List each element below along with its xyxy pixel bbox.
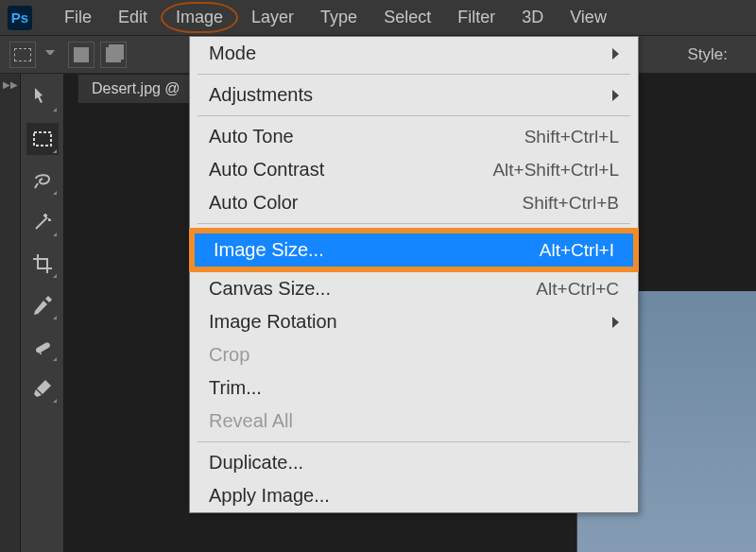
menu-item-shortcut: Alt+Shift+Ctrl+L — [492, 160, 619, 181]
menu-view[interactable]: View — [557, 2, 620, 33]
menu-item-label: Image Size... — [214, 239, 540, 261]
menu-item-reveal-all: Reveal All — [190, 405, 638, 438]
healing-brush-tool-icon — [31, 336, 54, 358]
expand-handle-icon[interactable]: ▶▶ — [3, 79, 18, 90]
menu-separator — [198, 74, 630, 75]
menu-item-label: Canvas Size... — [209, 278, 536, 300]
menu-item-apply-image[interactable]: Apply Image... — [190, 479, 638, 512]
menu-item-shortcut: Alt+Ctrl+C — [536, 279, 619, 300]
menu-item-auto-tone[interactable]: Auto Tone Shift+Ctrl+L — [190, 120, 638, 153]
menu-item-label: Reveal All — [209, 410, 619, 432]
marquee-tool-icon — [31, 128, 54, 150]
magic-wand-tool[interactable] — [26, 206, 59, 238]
menu-item-label: Trim... — [209, 377, 619, 399]
menu-select[interactable]: Select — [370, 2, 444, 33]
selection-mode-new-icon[interactable] — [68, 42, 94, 68]
svg-rect-0 — [34, 132, 51, 146]
menu-3d[interactable]: 3D — [508, 2, 557, 33]
eyedropper-tool-icon — [31, 294, 54, 317]
selection-mode-add-icon[interactable] — [100, 42, 127, 68]
menu-item-duplicate[interactable]: Duplicate... — [190, 446, 638, 479]
eyedropper-tool[interactable] — [26, 289, 59, 321]
menu-separator — [198, 223, 630, 224]
submenu-arrow-icon — [612, 317, 619, 328]
menu-item-crop: Crop — [190, 338, 638, 371]
menu-item-shortcut: Alt+Ctrl+I — [540, 240, 614, 261]
highlight-annotation: Image Size... Alt+Ctrl+I — [189, 228, 639, 272]
menu-item-image-rotation[interactable]: Image Rotation — [190, 305, 638, 338]
menu-item-label: Duplicate... — [209, 452, 619, 474]
menu-image[interactable]: Image — [161, 2, 238, 33]
magic-wand-tool-icon — [31, 211, 54, 233]
move-tool-icon — [31, 86, 54, 109]
svg-point-3 — [40, 353, 42, 354]
menu-filter[interactable]: Filter — [444, 2, 508, 33]
move-tool[interactable] — [26, 81, 59, 113]
submenu-arrow-icon — [612, 90, 619, 101]
menu-item-label: Auto Contrast — [209, 159, 492, 181]
crop-tool-icon — [31, 252, 54, 275]
menu-item-label: Adjustments — [209, 84, 612, 106]
menu-file[interactable]: File — [51, 2, 105, 33]
menu-item-label: Apply Image... — [209, 485, 619, 507]
menu-item-label: Mode — [209, 43, 612, 64]
menu-item-label: Image Rotation — [209, 311, 612, 333]
menu-separator — [198, 441, 630, 442]
menu-layer[interactable]: Layer — [238, 2, 307, 33]
lasso-tool[interactable] — [26, 164, 59, 197]
menu-item-label: Auto Tone — [209, 126, 524, 147]
document-tab[interactable]: Desert.jpg @ — [77, 74, 195, 103]
style-label: Style: — [687, 45, 728, 64]
menu-item-label: Auto Color — [209, 192, 523, 214]
menu-item-canvas-size[interactable]: Canvas Size... Alt+Ctrl+C — [190, 272, 638, 305]
image-menu-dropdown: Mode Adjustments Auto Tone Shift+Ctrl+L … — [189, 36, 639, 513]
menu-type[interactable]: Type — [307, 2, 370, 33]
menu-item-adjustments[interactable]: Adjustments — [190, 78, 638, 112]
tools-panel — [21, 74, 64, 552]
svg-rect-1 — [35, 341, 51, 354]
lasso-tool-icon — [31, 169, 54, 192]
spot-healing-brush-tool[interactable] — [26, 331, 59, 363]
left-collapse-strip[interactable]: ▶▶ — [0, 74, 21, 552]
menu-separator — [198, 115, 630, 116]
submenu-arrow-icon — [612, 48, 619, 60]
photoshop-logo-icon: Ps — [8, 6, 32, 30]
rectangular-marquee-tool[interactable] — [26, 123, 59, 155]
menu-item-image-size[interactable]: Image Size... Alt+Ctrl+I — [195, 233, 633, 267]
tool-preset-icon[interactable] — [9, 42, 36, 68]
brush-tool-icon — [31, 377, 54, 400]
menu-item-shortcut: Shift+Ctrl+L — [524, 127, 619, 147]
menu-item-shortcut: Shift+Ctrl+B — [523, 193, 619, 214]
menu-item-auto-color[interactable]: Auto Color Shift+Ctrl+B — [190, 186, 638, 219]
menu-item-auto-contrast[interactable]: Auto Contrast Alt+Shift+Ctrl+L — [190, 153, 638, 186]
tool-preset-dropdown-icon[interactable] — [45, 50, 55, 60]
menu-item-mode[interactable]: Mode — [190, 37, 638, 70]
menu-bar: Ps File Edit Image Layer Type Select Fil… — [0, 0, 756, 36]
menu-item-label: Crop — [209, 344, 619, 366]
menu-item-trim[interactable]: Trim... — [190, 371, 638, 405]
svg-point-2 — [36, 350, 38, 352]
brush-tool[interactable] — [26, 372, 59, 405]
menu-edit[interactable]: Edit — [105, 2, 161, 33]
crop-tool[interactable] — [26, 248, 59, 280]
